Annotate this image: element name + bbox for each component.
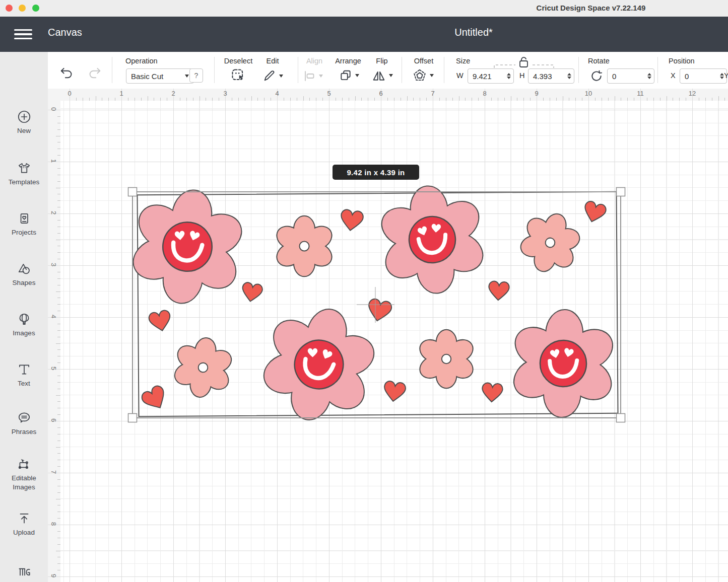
offset-icon [413, 68, 427, 83]
project-card-icon [17, 211, 32, 226]
rotate-label: Rotate [588, 57, 610, 65]
sidebar-item-editable-images[interactable]: Editable Images [0, 457, 48, 491]
selection-handle[interactable] [128, 414, 137, 422]
redo-button[interactable] [87, 66, 102, 80]
sidebar-item-text[interactable]: Text [0, 362, 48, 388]
small-flower-shape[interactable] [512, 205, 588, 280]
editable-images-icon [17, 457, 32, 472]
smiley-flower-shape[interactable] [249, 296, 389, 433]
width-label: W [456, 71, 464, 80]
flip-label: Flip [368, 57, 396, 65]
app-header: Canvas Untitled* [0, 17, 728, 52]
pencil-icon [262, 69, 276, 83]
heart-shape[interactable] [240, 281, 263, 303]
rotate-input[interactable]: 0 [607, 68, 654, 84]
width-value: 9.421 [473, 72, 505, 81]
operation-help-button[interactable]: ? [189, 68, 203, 83]
position-x-label: X [671, 71, 676, 80]
monogram-icon [17, 564, 32, 579]
smiley-flower-shape[interactable] [372, 181, 493, 299]
align-icon [303, 70, 316, 82]
window-title: Cricut Design Space v7.22.149 [537, 4, 646, 12]
selection-handle[interactable] [617, 414, 625, 422]
sidebar-item-new[interactable]: New [0, 109, 48, 135]
canvas-area[interactable]: 9.42 in x 4.39 in [60, 101, 728, 582]
sidebar-item-phrases[interactable]: Phrases [0, 410, 48, 437]
view-title: Canvas [48, 27, 82, 38]
position-x-stepper[interactable] [718, 73, 724, 80]
undo-icon [59, 66, 74, 80]
flip-button[interactable] [372, 69, 393, 82]
heart-shape[interactable] [382, 381, 406, 403]
speech-bubble-icon [17, 410, 32, 425]
operation-value: Basic Cut [131, 72, 182, 81]
upload-icon [17, 511, 32, 526]
sidebar-item-monogram[interactable]: Monogram [0, 564, 48, 582]
position-x-input[interactable]: 0 [680, 68, 727, 84]
shapes-icon [17, 261, 32, 276]
height-stepper[interactable] [565, 73, 571, 80]
zoom-window-button[interactable] [32, 5, 39, 12]
align-button[interactable] [303, 70, 323, 82]
position-x-value: 0 [685, 72, 718, 81]
deselect-button[interactable] [231, 68, 246, 83]
heart-shape[interactable] [339, 209, 364, 232]
heart-shape[interactable] [140, 384, 170, 413]
rotate-value: 0 [612, 72, 645, 81]
size-lock-icon[interactable] [490, 55, 558, 69]
selection-handle[interactable] [617, 188, 625, 196]
size-label: Size [456, 57, 470, 65]
sidebar-item-images[interactable]: Images [0, 312, 48, 338]
chevron-down-icon [279, 75, 283, 78]
flip-icon [372, 69, 386, 82]
document-title[interactable]: Untitled* [454, 27, 493, 38]
hot-air-balloon-icon [17, 312, 32, 327]
offset-button[interactable] [413, 68, 434, 83]
chevron-down-icon [355, 74, 359, 77]
smiley-flower-shape[interactable] [121, 183, 253, 311]
edit-label: Edit [259, 57, 286, 65]
size-tooltip: 9.42 in x 4.39 in [333, 165, 419, 180]
rotate-stepper[interactable] [645, 73, 651, 80]
text-icon [17, 362, 32, 377]
sidebar-item-shapes[interactable]: Shapes [0, 261, 48, 287]
rotate-button[interactable] [590, 69, 603, 83]
position-y-label: Y [724, 71, 728, 80]
heart-shape[interactable] [366, 298, 392, 323]
smiley-flower-shape[interactable] [506, 308, 621, 419]
sidebar-item-templates[interactable]: Templates [0, 161, 48, 187]
width-input[interactable]: 9.421 [468, 68, 514, 84]
edit-button[interactable] [262, 69, 283, 83]
new-icon [17, 109, 32, 124]
heart-shape[interactable] [488, 281, 510, 301]
horizontal-ruler: 0123456789101112 [60, 89, 728, 101]
heart-shape[interactable] [482, 383, 503, 403]
position-label: Position [669, 57, 695, 65]
tshirt-icon [17, 161, 32, 176]
selection-handle[interactable] [128, 188, 137, 196]
sidebar: New Templates Projects Shapes Images Tex… [0, 52, 48, 582]
vertical-ruler: 0123456789 [48, 101, 61, 582]
operation-select[interactable]: Basic Cut [126, 68, 194, 84]
height-input[interactable]: 4.393 [528, 68, 574, 84]
heart-shape[interactable] [148, 310, 173, 333]
small-flower-shape[interactable] [417, 330, 477, 388]
sidebar-item-upload[interactable]: Upload [0, 511, 48, 537]
redo-icon [87, 66, 102, 80]
heart-shape[interactable] [581, 200, 607, 225]
width-stepper[interactable] [505, 73, 511, 80]
small-flower-shape[interactable] [274, 216, 336, 276]
small-flower-shape[interactable] [169, 334, 237, 401]
undo-button[interactable] [59, 66, 74, 80]
edit-toolbar: Operation Basic Cut ? Deselect Edit Alig… [48, 52, 728, 89]
chevron-down-icon [319, 75, 323, 78]
sidebar-item-projects[interactable]: Projects [0, 211, 48, 237]
arrange-label: Arrange [330, 57, 366, 65]
close-window-button[interactable] [6, 5, 13, 12]
arrange-button[interactable] [339, 69, 359, 82]
macos-titlebar: Cricut Design Space v7.22.149 [0, 0, 728, 17]
ruler-corner [48, 89, 61, 101]
arrange-icon [339, 69, 352, 82]
minimize-window-button[interactable] [19, 5, 26, 12]
menu-icon[interactable] [14, 26, 33, 42]
